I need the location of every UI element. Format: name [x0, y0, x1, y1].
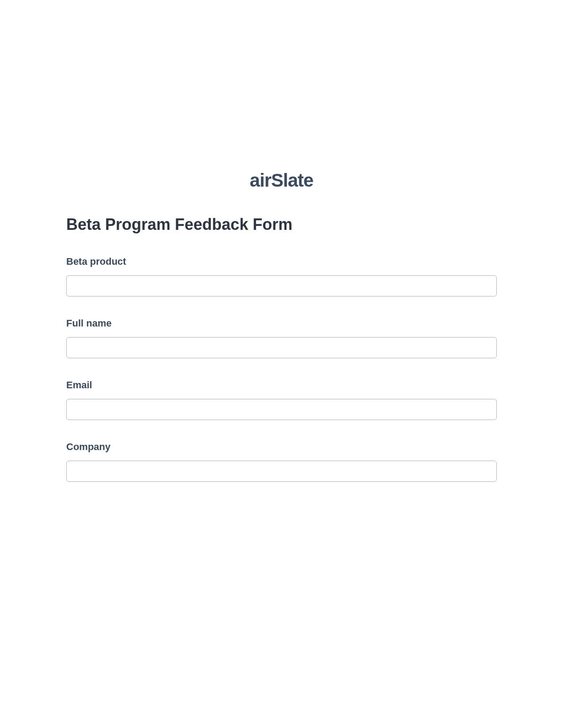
input-full-name[interactable] [66, 337, 497, 358]
input-beta-product[interactable] [66, 275, 497, 296]
field-group-company: Company [66, 441, 497, 482]
airslate-logo: airSlate [250, 170, 314, 191]
logo-text-bold: Slate [271, 170, 313, 191]
label-beta-product: Beta product [66, 256, 497, 267]
input-email[interactable] [66, 399, 497, 420]
form-title: Beta Program Feedback Form [66, 215, 497, 234]
field-group-beta-product: Beta product [66, 256, 497, 296]
logo-wrapper: airSlate [66, 170, 497, 191]
label-email: Email [66, 379, 497, 391]
label-company: Company [66, 441, 497, 453]
logo-text-light: air [250, 170, 271, 191]
label-full-name: Full name [66, 318, 497, 329]
field-group-email: Email [66, 379, 497, 420]
form-container: airSlate Beta Program Feedback Form Beta… [66, 170, 497, 503]
input-company[interactable] [66, 461, 497, 482]
field-group-full-name: Full name [66, 318, 497, 358]
